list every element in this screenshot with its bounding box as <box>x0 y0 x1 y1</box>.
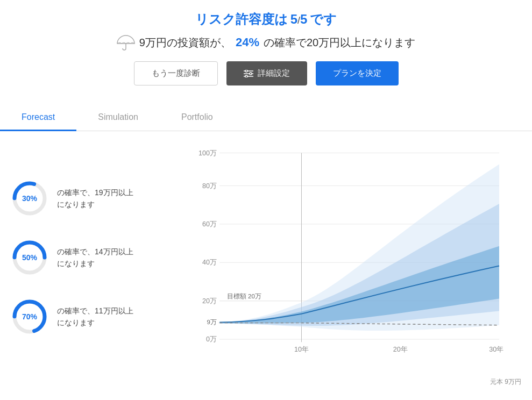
donut-30-label: 30% <box>22 194 37 203</box>
donut-50: 50% <box>11 239 48 276</box>
svg-point-4 <box>250 73 252 75</box>
svg-text:0万: 0万 <box>206 335 217 343</box>
svg-text:30年: 30年 <box>489 346 503 353</box>
button-row: もう一度診断 詳細設定 プランを決定 <box>11 61 521 85</box>
stat-line2-50: になります <box>57 258 133 269</box>
investment-prefix: 9万円の投資額が、 <box>139 35 231 50</box>
donut-30: 30% <box>11 180 48 217</box>
risk-value: 5 <box>290 12 297 26</box>
svg-text:60万: 60万 <box>202 220 217 228</box>
stat-line2-30: になります <box>57 198 133 210</box>
stat-line1-70: の確率で、11万円以上 <box>57 305 133 317</box>
risk-total: 5 <box>300 12 307 26</box>
settings-icon <box>244 70 253 77</box>
stat-text-30: の確率で、19万円以上 になります <box>57 187 133 211</box>
chart-area: 0万 20万 40万 60万 80万 100万 10年 20年 30年 <box>172 147 521 373</box>
stat-line2-70: になります <box>57 317 133 328</box>
settings-label: 詳細設定 <box>258 68 290 78</box>
header-section: リスク許容度は 5/5 です 9万円の投資額が、 24% の確率で20万円以上に… <box>0 0 532 105</box>
stat-line1-50: の確率で、14万円以上 <box>57 246 133 258</box>
investment-highlight: 24% <box>236 35 259 49</box>
svg-text:80万: 80万 <box>202 182 217 190</box>
source-label: 元本 9万円 <box>172 377 521 387</box>
investment-info: 9万円の投資額が、 24% の確率で20万円以上になります <box>11 34 521 51</box>
risk-suffix: です <box>310 12 337 26</box>
svg-point-3 <box>245 70 247 72</box>
left-panel: 30% の確率で、19万円以上 になります 50% の確率で、14万円以上 にな… <box>11 147 161 373</box>
svg-text:9万: 9万 <box>207 319 217 325</box>
umbrella-icon <box>117 34 135 51</box>
tab-forecast[interactable]: Forecast <box>0 105 76 131</box>
svg-point-5 <box>245 75 247 77</box>
svg-text:40万: 40万 <box>202 259 217 266</box>
tab-portfolio[interactable]: Portfolio <box>160 105 235 131</box>
investment-suffix: の確率で20万円以上になります <box>264 35 415 50</box>
risk-title: リスク許容度は 5/5 です <box>11 11 521 28</box>
stat-text-70: の確率で、11万円以上 になります <box>57 305 133 329</box>
svg-text:20年: 20年 <box>393 346 408 353</box>
svg-text:20万: 20万 <box>202 297 217 305</box>
content-area: 30% の確率で、19万円以上 になります 50% の確率で、14万円以上 にな… <box>0 131 532 389</box>
forecast-chart: 0万 20万 40万 60万 80万 100万 10年 20年 30年 <box>172 147 521 373</box>
retry-button[interactable]: もう一度診断 <box>134 61 218 85</box>
stat-row-70: 70% の確率で、11万円以上 になります <box>11 298 161 335</box>
stat-row-30: 30% の確率で、19万円以上 になります <box>11 180 161 217</box>
svg-text:目標額 20万: 目標額 20万 <box>227 292 261 299</box>
svg-text:10年: 10年 <box>294 346 309 353</box>
donut-70-label: 70% <box>22 312 37 321</box>
tabs: Forecast Simulation Portfolio <box>0 105 532 131</box>
settings-button[interactable]: 詳細設定 <box>226 61 307 85</box>
tab-simulation[interactable]: Simulation <box>76 105 160 131</box>
risk-title-prefix: リスク許容度は <box>195 12 288 26</box>
donut-70: 70% <box>11 298 48 335</box>
stat-line1-30: の確率で、19万円以上 <box>57 187 133 198</box>
donut-50-label: 50% <box>22 253 37 262</box>
stat-row-50: 50% の確率で、14万円以上 になります <box>11 239 161 276</box>
stat-text-50: の確率で、14万円以上 になります <box>57 246 133 270</box>
decide-button[interactable]: プランを決定 <box>316 61 399 85</box>
svg-text:100万: 100万 <box>198 149 217 157</box>
